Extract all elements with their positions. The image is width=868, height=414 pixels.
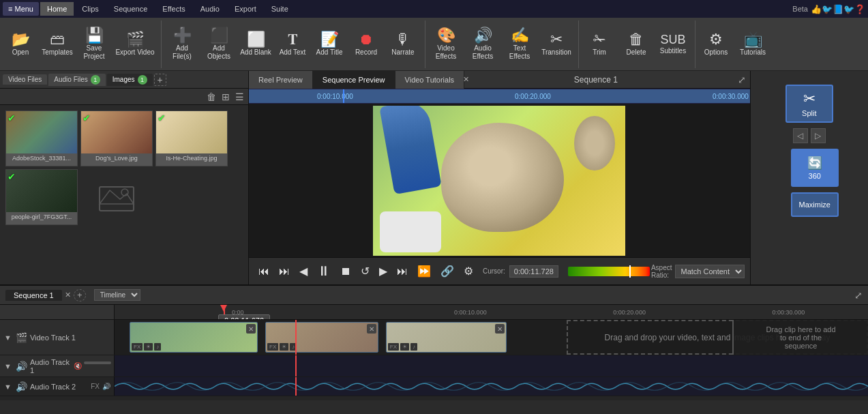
thumbnail-3[interactable]: ✔ Is-He-Cheating.jpg	[155, 110, 228, 166]
add-title-button[interactable]: 📝 Add Title	[312, 23, 347, 66]
video-track-1-row: ▼ 🎬 Video Track 1 ✕ FX ☀ ♪	[0, 320, 868, 355]
volume-bar[interactable]	[568, 267, 650, 276]
audio-track-2-expand[interactable]: ▼	[3, 383, 13, 391]
audio-mute-button[interactable]: 🔇	[73, 361, 83, 370]
open-button[interactable]: 📂 Open	[3, 23, 38, 66]
menu-tab-export[interactable]: Export	[228, 2, 263, 16]
trim-button[interactable]: ✁ Trim	[582, 23, 617, 66]
check-icon-3: ✔	[158, 113, 166, 123]
clip-1-icons: FX ☀ ♪	[132, 343, 161, 351]
tutorials-button[interactable]: 📺 Tutorials	[735, 23, 770, 66]
sequence-preview-tab[interactable]: Sequence Preview	[313, 71, 395, 89]
options-button[interactable]: ⚙ Options	[698, 23, 734, 66]
reel-preview-tab[interactable]: Reel Preview	[249, 71, 313, 89]
transition-button[interactable]: ✂ Transition	[539, 23, 574, 66]
sequence-tab[interactable]: Sequence 1	[5, 290, 62, 301]
audio-effects-button[interactable]: 🔊 Audio Effects	[465, 23, 500, 66]
video-clip-2[interactable]: ✕ FX ☀ ♪	[265, 322, 378, 353]
aspect-ratio-area: Aspect Ratio: Match Content	[651, 264, 745, 279]
video-files-tab[interactable]: Video Files	[3, 74, 47, 85]
split-right-button[interactable]: ▷	[811, 128, 826, 143]
templates-button[interactable]: 🗃 Templates	[40, 23, 75, 66]
video-track-expand[interactable]: ▼	[3, 334, 13, 342]
menu-tab-suite[interactable]: Suite	[265, 2, 295, 16]
audio2-mute-button[interactable]: 🔊	[102, 382, 111, 391]
timeline-dropdown[interactable]: Timeline	[94, 289, 140, 301]
split-left-button[interactable]: ◁	[793, 128, 808, 143]
audio-track-1-expand[interactable]: ▼	[3, 362, 13, 370]
add-blank-button[interactable]: ⬜ Add Blank	[238, 23, 273, 66]
timeline-header: Sequence 1 ✕ + Timeline ⤢	[0, 286, 868, 305]
menu-tab-clips[interactable]: Clips	[75, 2, 105, 16]
add-files-button[interactable]: ➕ Add File(s)	[164, 23, 200, 66]
text-effects-button[interactable]: ✍ Text Effects	[502, 23, 537, 66]
fx-btn-audio2[interactable]: FX	[90, 382, 100, 391]
add-text-button[interactable]: 𝐓 Add Text	[275, 23, 310, 66]
menu-tab-audio[interactable]: Audio	[194, 2, 226, 16]
video-track-content[interactable]: ✕ FX ☀ ♪ ✕ FX ☀ ♪	[115, 320, 868, 355]
previous-frame-button[interactable]: ⏭	[275, 263, 294, 280]
view-360-button[interactable]: 🔄 360	[791, 149, 839, 187]
split-label: Split	[802, 109, 816, 117]
rewind-button[interactable]: ◀	[295, 262, 312, 280]
video-clip-1[interactable]: ✕ FX ☀ ♪	[130, 322, 258, 353]
go-to-start-button[interactable]: ⏮	[254, 263, 273, 280]
video-clip-3[interactable]: ✕ FX ☀ ♪	[386, 322, 507, 353]
video-tutorials-tab[interactable]: Video Tutorials	[395, 71, 465, 89]
loop-button[interactable]: ↺	[357, 262, 374, 280]
preview-video[interactable]	[249, 104, 750, 257]
grid-view-button[interactable]: ⊞	[220, 90, 231, 104]
sync-button[interactable]: 🔗	[436, 262, 458, 280]
forward-button[interactable]: ▶	[375, 262, 391, 280]
play-pause-button[interactable]: ⏸	[313, 261, 335, 282]
export-video-button[interactable]: 🎬 Export Video	[113, 23, 157, 66]
subtitles-button[interactable]: SUB Subtitles	[655, 23, 691, 66]
waveform	[115, 377, 868, 396]
aspect-ratio-select[interactable]: Match Content	[675, 265, 745, 278]
audio-files-tab[interactable]: Audio Files 1	[48, 74, 105, 86]
video-preview-inner	[373, 106, 625, 256]
timeline-expand-button[interactable]: ⤢	[854, 290, 863, 301]
audio-icon-3: ♪	[410, 343, 417, 351]
sequence-tab-close[interactable]: ✕	[65, 291, 71, 299]
delete-files-button[interactable]: 🗑	[205, 90, 218, 104]
add-objects-button[interactable]: ⬛ Add Objects	[201, 23, 237, 66]
menu-tab-home[interactable]: Home	[40, 2, 74, 16]
audio-volume-slider[interactable]	[84, 361, 111, 364]
record-button[interactable]: ⏺ Record	[348, 23, 384, 66]
add-sequence-button[interactable]: +	[74, 289, 86, 301]
menu-tab-effects[interactable]: Effects	[155, 2, 192, 16]
go-to-end-button[interactable]: ⏩	[413, 262, 435, 280]
next-frame-button[interactable]: ⏭	[393, 263, 412, 280]
audio-track-2-content[interactable]	[115, 377, 868, 396]
delete-button[interactable]: 🗑 Delete	[618, 23, 654, 66]
settings-pb-button[interactable]: ⚙	[460, 262, 477, 280]
clip-3-delete[interactable]: ✕	[495, 324, 505, 334]
menu-tab-sequence[interactable]: Sequence	[107, 2, 155, 16]
video-effects-button[interactable]: 🎨 Video Effects	[428, 23, 464, 66]
narrate-button[interactable]: 🎙 Narrate	[385, 23, 421, 66]
preview-tabs: Reel Preview Sequence Preview Video Tuto…	[249, 71, 750, 89]
split-button[interactable]: ✂ Split	[785, 85, 833, 123]
thumb-label-4: people-girl_7FG3GT...	[6, 212, 77, 222]
aspect-ratio-label: Aspect Ratio:	[651, 264, 672, 279]
toolbar-group-edit: ✁ Trim 🗑 Delete SUB Subtitles	[582, 20, 695, 68]
audio-track-1-content[interactable]	[115, 355, 868, 376]
add-files-icon: ➕	[173, 28, 192, 43]
maximize-button[interactable]: ⤢	[734, 73, 750, 87]
thumbnail-4[interactable]: ✔ people-girl_7FG3GT...	[5, 169, 78, 225]
thumbnail-2[interactable]: ✔ Dog's_Love.jpg	[80, 110, 153, 166]
clip-1-delete[interactable]: ✕	[246, 324, 256, 334]
menu-button[interactable]: ≡ Menu	[3, 2, 39, 16]
maximize-preview-button[interactable]: Maximize	[791, 192, 839, 217]
stop-button[interactable]: ⏹	[336, 263, 355, 280]
ruler-offset	[0, 305, 115, 319]
clip-2-delete[interactable]: ✕	[367, 324, 376, 334]
save-project-button[interactable]: 💾 Save Project	[76, 23, 112, 66]
thumbnail-1[interactable]: ✔ AdobeStock_33381...	[5, 110, 78, 166]
add-tab-button[interactable]: +	[154, 74, 166, 86]
tutorials-close-button[interactable]: ✕	[460, 75, 472, 84]
list-view-button[interactable]: ☰	[234, 90, 245, 104]
center-area: Reel Preview Sequence Preview Video Tuto…	[249, 71, 750, 284]
images-tab[interactable]: Images 1	[107, 74, 153, 86]
